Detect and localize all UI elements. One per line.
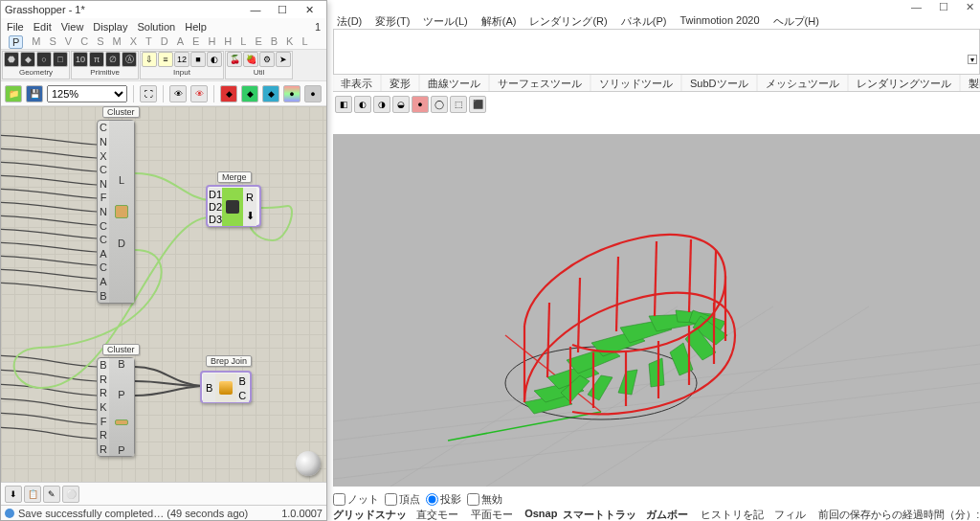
menu-item[interactable]: パネル(P) [617, 13, 671, 29]
tab[interactable]: ソリッドツール [591, 75, 680, 91]
tab-letter[interactable]: P [9, 35, 23, 49]
minimize-icon[interactable]: — [242, 4, 269, 15]
tab[interactable]: 製図 [961, 75, 980, 91]
tool-icon[interactable]: ⇩ [142, 52, 157, 67]
tab-letter[interactable]: V [65, 35, 72, 49]
tab[interactable]: メッシュツール [758, 75, 847, 91]
tool-icon[interactable]: 📋 [24, 486, 41, 503]
tool-icon[interactable]: ⚪ [62, 486, 79, 503]
shade-icon[interactable]: ● [304, 85, 322, 102]
tool-icon[interactable]: ◑ [373, 96, 390, 113]
gh-canvas[interactable]: Cluster CNXCNFNCCACAB LD Merge D1D2D3 R⬇… [1, 106, 326, 482]
tool-icon[interactable]: ■ [190, 52, 206, 67]
tool-icon[interactable]: ◯ [431, 96, 448, 113]
tab-letter[interactable]: H [208, 35, 215, 49]
close-icon[interactable]: ✕ [966, 1, 974, 13]
tool-icon[interactable]: ◐ [207, 52, 222, 67]
status-item[interactable]: フィルタ [774, 508, 813, 521]
menu-edit[interactable]: Edit [33, 21, 52, 33]
menu-item[interactable]: 解析(A) [478, 13, 521, 29]
chk-project[interactable]: 投影 [426, 492, 461, 507]
tab[interactable]: サーフェスツール [490, 75, 590, 91]
merge-component[interactable]: D1D2D3 R⬇ [206, 185, 261, 227]
wireframe-icon[interactable]: 👁 [190, 85, 208, 102]
tool-icon[interactable]: 10 [73, 52, 88, 67]
tool-icon[interactable]: ⬛ [469, 96, 486, 113]
tool-icon[interactable]: 🍓 [243, 52, 258, 67]
zoom-extents-icon[interactable]: ⛶ [140, 85, 157, 102]
tab-letter[interactable]: S [97, 35, 103, 49]
tab-letter[interactable]: D [161, 35, 168, 49]
tab[interactable]: レンダリングツール [849, 75, 959, 91]
tab-letter[interactable]: L [240, 35, 246, 49]
tool-icon[interactable]: ● [412, 96, 429, 113]
chk-vertex[interactable]: 頂点 [385, 492, 420, 507]
tool-icon[interactable]: ◒ [392, 96, 410, 113]
tool-icon[interactable]: 🍒 [227, 52, 242, 67]
chk-knot[interactable]: ノット [333, 492, 379, 507]
tool-icon[interactable]: ⬚ [450, 96, 467, 113]
tab-letter[interactable]: E [255, 35, 261, 49]
menu-help[interactable]: Help [185, 21, 207, 33]
menu-item[interactable]: ツール(L) [419, 13, 471, 29]
shade-icon[interactable]: ◆ [241, 85, 258, 102]
tool-icon[interactable]: ⚙ [259, 52, 275, 67]
tab-letter[interactable]: C [80, 35, 88, 49]
brep-join-component[interactable]: B BC [200, 371, 252, 403]
tab[interactable]: 変形 [382, 75, 418, 91]
tab-letter[interactable]: A [177, 35, 184, 49]
status-item[interactable]: ガムボール [646, 508, 695, 521]
tool-icon[interactable]: □ [53, 52, 68, 67]
status-item[interactable]: ヒストリを記録 [701, 508, 768, 521]
close-icon[interactable]: ✕ [296, 4, 323, 16]
tool-icon[interactable]: Ⓐ [122, 52, 137, 67]
status-item[interactable]: 直交モード [416, 508, 465, 521]
tab-letter[interactable]: K [286, 35, 293, 49]
menu-item[interactable]: Twinmotion 2020 [676, 13, 763, 29]
status-item[interactable]: 平面モード [471, 508, 520, 521]
tab-letter[interactable]: X [130, 35, 137, 49]
tool-icon[interactable]: ➤ [276, 52, 291, 67]
menu-file[interactable]: File [7, 21, 24, 33]
preview-icon[interactable]: 👁 [169, 85, 187, 102]
open-icon[interactable]: 📁 [5, 85, 22, 102]
tab-letter[interactable]: S [50, 35, 56, 49]
rhino-viewport[interactable] [333, 134, 980, 487]
shade-icon[interactable]: ◆ [220, 85, 237, 102]
status-item[interactable]: Osnap [524, 508, 557, 521]
menu-solution[interactable]: Solution [137, 21, 175, 33]
menu-item[interactable]: レンダリング(R) [525, 13, 611, 29]
menu-item[interactable]: 変形(T) [371, 13, 413, 29]
cluster-component[interactable]: BRRKFRR BPP [97, 357, 135, 457]
cluster-component[interactable]: CNXCNFNCCACAB LD [97, 120, 135, 304]
chk-disable[interactable]: 無効 [467, 492, 502, 507]
tab-letter[interactable]: M [32, 35, 40, 49]
gh-menubar[interactable]: File Edit View Display Solution Help 1 [1, 18, 326, 35]
tab-letter[interactable]: M [113, 35, 122, 49]
menu-view[interactable]: View [61, 21, 84, 33]
zoom-select[interactable]: 125% [47, 85, 127, 102]
status-item[interactable]: スマートトラック [563, 508, 640, 521]
rhino-command[interactable]: ▾ [333, 29, 980, 75]
tool-icon[interactable]: ○ [36, 52, 52, 67]
compass-icon[interactable] [296, 451, 321, 476]
tab[interactable]: SubDツール [682, 75, 756, 91]
tool-icon[interactable]: ⬣ [4, 52, 19, 67]
tool-icon[interactable]: ⬇ [5, 486, 22, 503]
tab-letter[interactable]: L [301, 35, 307, 49]
maximize-icon[interactable]: ☐ [939, 1, 948, 13]
menu-display[interactable]: Display [93, 21, 127, 33]
tool-icon[interactable]: ◧ [335, 96, 352, 113]
tool-icon[interactable]: ◆ [20, 52, 35, 67]
tab-letter[interactable]: H [224, 35, 232, 49]
maximize-icon[interactable]: ☐ [269, 4, 296, 16]
gh-titlebar[interactable]: Grasshopper - 1* — ☐ ✕ [1, 1, 326, 18]
dropdown-icon[interactable]: ▾ [968, 55, 977, 64]
gh-category-tabs[interactable]: P M S V C S M X T D A E H H L E B K L [1, 35, 326, 49]
minimize-icon[interactable]: — [911, 1, 922, 12]
tab-letter[interactable]: B [271, 35, 278, 49]
save-icon[interactable]: 💾 [26, 85, 43, 102]
tab-letter[interactable]: E [192, 35, 199, 49]
menu-item[interactable]: 法(D) [333, 13, 366, 29]
tab-letter[interactable]: T [145, 35, 152, 49]
